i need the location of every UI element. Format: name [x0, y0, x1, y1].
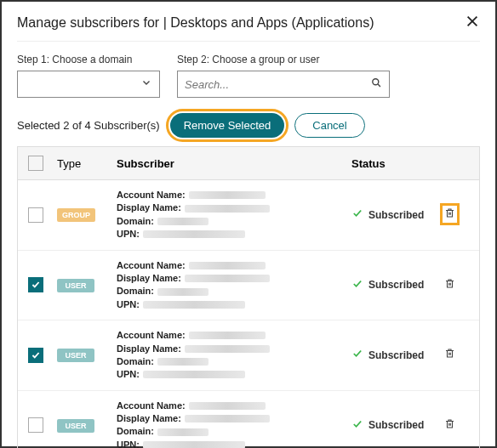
- check-icon: [351, 348, 363, 362]
- subscribers-table: Type Subscriber Status GROUPAccount Name…: [17, 146, 480, 448]
- table-row: GROUPAccount Name:Display Name:Domain:UP…: [18, 180, 479, 251]
- row-checkbox[interactable]: [28, 417, 43, 433]
- dialog-title: Manage subscribers for | Desktops and Ap…: [17, 15, 374, 31]
- close-icon[interactable]: [465, 14, 480, 32]
- trash-icon[interactable]: [443, 348, 456, 362]
- check-icon: [351, 207, 363, 222]
- col-status: Status: [351, 157, 443, 170]
- check-icon: [351, 278, 363, 292]
- search-icon: [370, 77, 382, 92]
- trash-icon[interactable]: [443, 418, 456, 433]
- subscriber-details: Account Name:Display Name:Domain:UPN:: [117, 259, 351, 312]
- table-row: USERAccount Name:Display Name:Domain:UPN…: [18, 320, 479, 391]
- type-badge: USER: [57, 349, 94, 362]
- table-row: USERAccount Name:Display Name:Domain:UPN…: [18, 251, 479, 321]
- row-checkbox[interactable]: [28, 348, 43, 363]
- trash-icon[interactable]: [443, 207, 456, 222]
- subscriber-details: Account Name:Display Name:Domain:UPN:: [117, 329, 351, 382]
- step1-label: Step 1: Choose a domain: [17, 54, 160, 65]
- remove-selected-button[interactable]: Remove Selected: [170, 113, 285, 138]
- col-subscriber: Subscriber: [117, 157, 351, 170]
- domain-dropdown[interactable]: [17, 71, 160, 98]
- search-field[interactable]: [177, 71, 390, 98]
- select-all-checkbox[interactable]: [28, 156, 43, 171]
- row-checkbox[interactable]: [28, 277, 43, 292]
- status-cell: Subscribed: [351, 207, 443, 222]
- row-checkbox[interactable]: [28, 207, 43, 223]
- col-type: Type: [57, 157, 117, 170]
- selection-count: Selected 2 of 4 Subscriber(s): [17, 119, 160, 132]
- chevron-down-icon: [140, 77, 152, 92]
- status-cell: Subscribed: [351, 348, 443, 362]
- search-input[interactable]: [185, 78, 355, 91]
- type-badge: USER: [57, 419, 94, 433]
- cancel-button[interactable]: Cancel: [294, 113, 364, 138]
- trash-icon[interactable]: [443, 278, 456, 292]
- subscriber-details: Account Name:Display Name:Domain:UPN:: [117, 400, 351, 448]
- status-cell: Subscribed: [351, 418, 443, 433]
- type-badge: GROUP: [57, 208, 95, 222]
- subscriber-details: Account Name:Display Name:Domain:UPN:: [117, 189, 351, 241]
- table-row: USERAccount Name:Display Name:Domain:UPN…: [18, 391, 479, 448]
- svg-point-0: [373, 79, 379, 85]
- check-icon: [351, 418, 363, 433]
- type-badge: USER: [57, 279, 94, 292]
- step2-label: Step 2: Choose a group or user: [177, 54, 390, 65]
- status-cell: Subscribed: [351, 278, 443, 292]
